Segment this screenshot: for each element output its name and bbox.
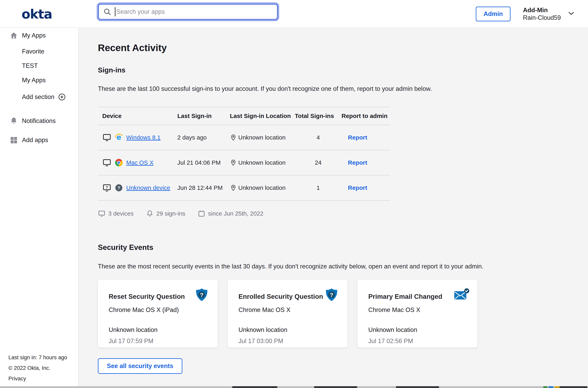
svg-text:?: ? [106, 185, 108, 189]
event-location: Unknown location [109, 326, 207, 334]
location-cell: Unknown location [238, 184, 286, 191]
header-right: Admin Add-Min Rain-Cloud59 [476, 0, 575, 28]
cutoff-content-strip [0, 386, 588, 388]
sign-ins-description: These are the last 100 successful sign-i… [98, 85, 588, 92]
sidebar-item-add-apps[interactable]: Add apps [0, 136, 78, 145]
event-time: Jul 17 07:59 PM [109, 338, 207, 345]
col-header-device: Device [98, 107, 177, 125]
shield-question-icon: ? [194, 287, 210, 303]
user-org: Rain-Cloud59 [523, 14, 561, 22]
event-device: Chrome Mac OS X [368, 306, 467, 314]
event-location: Unknown location [368, 326, 467, 334]
summary-devices: 3 devices [98, 210, 134, 217]
admin-button[interactable]: Admin [476, 7, 511, 21]
device-link[interactable]: Unknown device [126, 184, 170, 191]
device-link[interactable]: Mac OS X [126, 159, 153, 166]
svg-text:?: ? [200, 291, 204, 298]
sidebar-item-label: My Apps [22, 32, 46, 39]
okta-logo[interactable]: okta [22, 7, 52, 22]
event-title: Enrolled Security Question [238, 293, 324, 300]
search-icon [103, 8, 111, 16]
sidebar-item-notifications[interactable]: Notifications [0, 117, 78, 125]
search-input[interactable] [116, 8, 273, 15]
security-event-card[interactable]: Reset Security Question ? Chrome Mac OS … [98, 280, 218, 347]
event-time: Jul 17 03:00 PM [238, 338, 337, 345]
last-sign-in-cell: 2 days ago [177, 125, 230, 150]
security-event-cards: Reset Security Question ? Chrome Mac OS … [98, 280, 588, 347]
security-events-description: These are the most recent security event… [98, 263, 588, 270]
sidebar-item-add-section[interactable]: Add section [0, 93, 78, 101]
sidebar-item-favorite[interactable]: Favorite [0, 47, 78, 56]
sidebar-item-label: Favorite [22, 48, 44, 55]
app-search-box[interactable] [98, 4, 278, 20]
cutoff-text-fragment [314, 386, 357, 388]
user-identity: Add-Min Rain-Cloud59 [523, 6, 561, 22]
main-content: Recent Activity Sign-ins These are the l… [79, 28, 588, 388]
sidebar: My Apps Favorite TEST My Apps Add sectio… [0, 28, 79, 388]
chevron-down-icon[interactable] [568, 10, 575, 17]
total-sign-ins-cell: 4 [295, 125, 342, 150]
location-pin-icon [230, 134, 237, 141]
chrome-icon [115, 158, 123, 167]
event-title: Reset Security Question [109, 293, 195, 300]
total-sign-ins-cell: 24 [295, 150, 342, 175]
cutoff-icon-fragment [543, 386, 547, 388]
table-header-row: Device Last Sign-in Last Sign-in Locatio… [98, 107, 390, 125]
security-events-heading: Security Events [98, 243, 588, 252]
col-header-last-sign-in: Last Sign-in [177, 107, 230, 125]
col-header-location: Last Sign-in Location [230, 107, 295, 125]
privacy-link[interactable]: Privacy [8, 373, 67, 384]
monitor-icon [98, 210, 105, 217]
location-pin-icon [230, 159, 237, 166]
event-title: Primary Email Changed [368, 293, 454, 300]
plus-circle-icon [58, 93, 66, 101]
event-location: Unknown location [238, 326, 337, 334]
bell-icon [146, 210, 153, 217]
calendar-icon [198, 210, 205, 217]
sidebar-item-label: TEST [22, 62, 38, 70]
security-event-card[interactable]: Primary Email Changed Chrome Mac OS X Un… [358, 280, 477, 347]
cutoff-text-fragment [559, 386, 587, 388]
summary-since: since Jun 25th, 2022 [198, 210, 263, 217]
summary-sign-ins: 29 sign-ins [146, 210, 185, 217]
sidebar-item-label: Add apps [22, 137, 48, 144]
col-header-report: Report to admin [342, 107, 390, 125]
device-link[interactable]: Windows 8.1 [126, 134, 161, 141]
sidebar-item-label: My Apps [22, 77, 46, 84]
cutoff-icon-fragment [548, 386, 553, 388]
last-sign-in-cell: Jul 21 04:06 PM [177, 150, 230, 175]
location-pin-icon [230, 184, 237, 191]
location-cell: Unknown location [238, 134, 286, 141]
home-icon [10, 31, 18, 40]
svg-text:?: ? [117, 185, 120, 190]
mail-check-icon [453, 287, 469, 303]
summary-devices-label: 3 devices [108, 210, 134, 217]
bell-icon [10, 117, 18, 125]
top-header: okta Admin Add-Min Rain-Cloud59 [0, 0, 588, 28]
report-link[interactable]: Report [348, 134, 367, 141]
security-event-card[interactable]: Enrolled Security Question ? Chrome Mac … [228, 280, 348, 347]
copyright-text: © 2022 Okta, Inc. [8, 363, 67, 373]
report-link[interactable]: Report [348, 184, 367, 191]
sidebar-item-label: Add section [22, 93, 54, 101]
event-device: Chrome Mac OS X [238, 306, 337, 314]
summary-sign-ins-label: 29 sign-ins [156, 210, 185, 217]
grid-icon [10, 136, 18, 144]
see-all-security-events-button[interactable]: See all security events [98, 358, 182, 374]
summary-since-label: since Jun 25th, 2022 [208, 210, 263, 217]
sidebar-footer: Last sign in: 7 hours ago © 2022 Okta, I… [8, 352, 67, 384]
internet-explorer-icon: e [115, 133, 123, 142]
sidebar-item-test[interactable]: TEST [0, 61, 78, 70]
cutoff-text-fragment [232, 386, 277, 388]
table-row: Mac OS X Jul 21 04:06 PM Unknown locatio… [98, 150, 390, 175]
sign-ins-heading: Sign-ins [98, 66, 588, 74]
user-menu[interactable]: Add-Min Rain-Cloud59 [523, 6, 575, 22]
report-link[interactable]: Report [348, 159, 367, 166]
monitor-icon [102, 158, 111, 167]
col-header-total: Total Sign-ins [295, 107, 342, 125]
text-caret [115, 7, 115, 16]
sign-ins-table: Device Last Sign-in Last Sign-in Locatio… [98, 107, 390, 201]
event-time: Jul 17 02:56 PM [368, 338, 467, 345]
sidebar-item-my-apps[interactable]: My Apps [0, 31, 78, 40]
sidebar-item-my-apps-2[interactable]: My Apps [0, 76, 78, 85]
